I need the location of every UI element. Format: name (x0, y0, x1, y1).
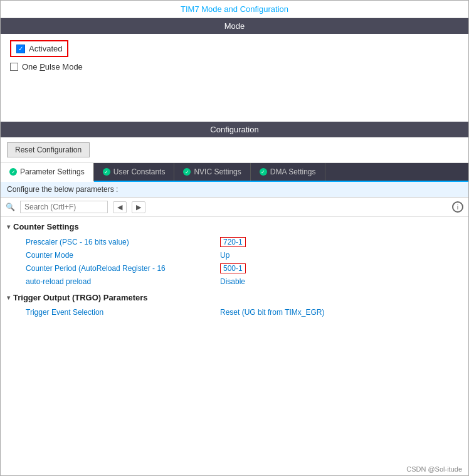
counter-settings-group-header[interactable]: ▾ Counter Settings (7, 222, 462, 231)
search-input[interactable] (20, 201, 108, 213)
tab-parameter-settings[interactable]: ✓ Parameter Settings (1, 163, 94, 182)
autoreload-row: auto-reload preload Disable (7, 275, 462, 288)
trgo-group-header[interactable]: ▾ Trigger Output (TRGO) Parameters (7, 293, 462, 302)
one-pulse-row: One Pulse Mode (10, 62, 459, 71)
one-pulse-checkbox[interactable] (10, 63, 18, 71)
tab-label-user: User Constants (113, 167, 166, 176)
tab-icon-user: ✓ (103, 168, 110, 176)
one-pulse-label: One Pulse Mode (22, 62, 83, 71)
prescaler-label: Prescaler (PSC - 16 bits value) (26, 238, 220, 246)
counter-mode-label: Counter Mode (26, 251, 220, 260)
mode-section-header: Mode (1, 18, 468, 34)
activated-box: ✓ Activated (10, 40, 68, 57)
trigger-event-label: Trigger Event Selection (26, 308, 220, 317)
tab-icon-dma: ✓ (260, 168, 267, 176)
search-next-button[interactable]: ▶ (132, 201, 145, 213)
counter-mode-row: Counter Mode Up (7, 249, 462, 262)
tab-icon-nvic: ✓ (183, 168, 191, 176)
trgo-label: Trigger Output (TRGO) Parameters (13, 293, 148, 302)
watermark: CSDN @Sol-itude (1, 463, 468, 475)
tab-label-parameter: Parameter Settings (20, 167, 85, 176)
title-bar: TIM7 Mode and Configuration (1, 1, 468, 18)
counter-period-label: Counter Period (AutoReload Register - 16 (26, 264, 220, 273)
trigger-event-row: Trigger Event Selection Reset (UG bit fr… (7, 306, 462, 319)
counter-period-row: Counter Period (AutoReload Register - 16… (7, 262, 462, 275)
params-area: ▾ Counter Settings Prescaler (PSC - 16 b… (1, 217, 468, 463)
search-icon: 🔍 (6, 203, 15, 211)
counter-mode-value[interactable]: Up (220, 251, 229, 260)
activated-label: Activated (29, 44, 62, 53)
mode-section: ✓ Activated One Pulse Mode (1, 34, 468, 122)
search-prev-button[interactable]: ◀ (113, 201, 127, 213)
counter-settings-chevron: ▾ (7, 223, 10, 230)
info-icon[interactable]: i (452, 201, 463, 213)
trgo-chevron: ▾ (7, 294, 10, 301)
trigger-event-value[interactable]: Reset (UG bit from TIMx_EGR) (220, 308, 324, 317)
activated-checkbox[interactable]: ✓ (16, 45, 25, 53)
reset-bar: Reset Configuration (1, 137, 468, 163)
search-bar: 🔍 ◀ ▶ i (1, 198, 468, 217)
prescaler-value[interactable]: 720-1 (220, 237, 246, 247)
prescaler-row: Prescaler (PSC - 16 bits value) 720-1 (7, 235, 462, 249)
config-section: Reset Configuration ✓ Parameter Settings… (1, 137, 468, 475)
autoreload-label: auto-reload preload (26, 277, 220, 286)
config-section-header: Configuration (1, 122, 468, 137)
tab-icon-parameter: ✓ (9, 168, 17, 176)
tabs-bar: ✓ Parameter Settings ✓ User Constants ✓ … (1, 163, 468, 182)
autoreload-value[interactable]: Disable (220, 277, 245, 286)
tab-label-nvic: NVIC Settings (194, 167, 241, 176)
window-title: TIM7 Mode and Configuration (181, 4, 288, 14)
reset-config-button[interactable]: Reset Configuration (7, 142, 90, 157)
tab-dma-settings[interactable]: ✓ DMA Settings (251, 163, 325, 181)
tab-user-constants[interactable]: ✓ User Constants (94, 163, 175, 181)
configure-hint: Configure the below parameters : (1, 182, 468, 198)
activated-row: ✓ Activated (10, 40, 459, 57)
counter-settings-label: Counter Settings (13, 222, 79, 231)
tab-nvic-settings[interactable]: ✓ NVIC Settings (174, 163, 250, 181)
tab-label-dma: DMA Settings (270, 167, 316, 176)
counter-period-value[interactable]: 500-1 (220, 263, 246, 273)
